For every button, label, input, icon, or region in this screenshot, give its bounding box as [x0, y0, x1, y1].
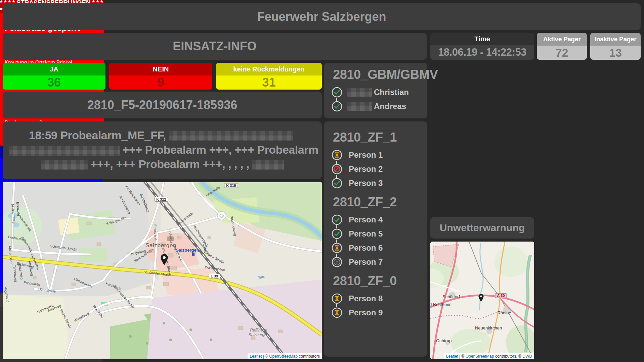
attribution-link[interactable]: Leaflet [250, 354, 262, 359]
active-pager-box: Aktive Pager 72 [537, 33, 587, 60]
member-row: Person 2 [329, 162, 427, 176]
map-label: Raffinerie Salzbergen [249, 328, 269, 337]
weather-map-attribution[interactable]: Leaflet | © OpenStreetMap contributors, … [444, 353, 534, 359]
check-circle-icon [332, 178, 342, 189]
weather-warning-header: Unwetterwarnung [430, 217, 534, 239]
member-row: Christian [329, 85, 427, 99]
map-marker-icon [160, 254, 169, 267]
attribution-link[interactable]: OpenStreetMap [269, 354, 298, 359]
group-title: 2810_ZF_0 [333, 274, 427, 288]
time-panel: Time 18.06.19 - 14:22:53 [430, 33, 534, 60]
member-row: Person 8 [329, 292, 427, 306]
member-row: Person 1 [329, 148, 427, 162]
attribution-text: | © [262, 354, 269, 359]
member-name: Person 4 [349, 215, 383, 224]
alarm-text-panel: 18:59 Probealarm_ME_FF,+++ Probealarm ++… [3, 121, 322, 179]
response-none-count: 31 [216, 75, 322, 90]
group-panel-zf: 2810_ZF_1Person 1Person 2Person 32810_ZF… [324, 121, 427, 357]
inactive-pager-label: Inaktive Pager [590, 33, 641, 46]
member-name: Person 9 [349, 308, 383, 317]
alarm-text-line: +++, +++ Probealarm +++, , , , , [3, 157, 322, 171]
map-label: Salzbergen [176, 248, 199, 253]
alarm-location-map[interactable]: SalzbergenSalzbergenEmsRaffinerie Salzbe… [3, 182, 322, 359]
attribution-link[interactable]: DWD [522, 354, 532, 359]
map-graphic [3, 182, 322, 359]
map-attribution[interactable]: Leaflet | © OpenStreetMap contributors [248, 353, 322, 359]
map-label: Ochtrup [436, 338, 452, 343]
redacted-text [169, 131, 293, 141]
alarm-id-panel: 2810_F5-20190617-185936 [3, 92, 322, 118]
einsatz-info-title: EINSATZ-INFO [173, 39, 256, 53]
inactive-pager-box: Inaktive Pager 13 [590, 33, 641, 60]
member-row: Person 3 [329, 176, 427, 190]
time-value: 18.06.19 - 14:22:53 [430, 45, 534, 60]
hourglass-circle-icon [332, 243, 342, 253]
group-title: 2810_ZF_1 [333, 130, 427, 145]
hourglass-circle-icon [332, 293, 342, 304]
map-label: d Bentheim [430, 302, 452, 307]
member-row: Andreas [329, 99, 427, 113]
active-pager-count: 72 [537, 46, 587, 60]
member-name: Person 7 [349, 257, 383, 267]
attribution-link[interactable]: Leaflet [446, 354, 458, 359]
hourglass-circle-icon [332, 150, 342, 160]
road-shield: A 30 [495, 293, 507, 298]
alarm-text-line: +++ Probealarm +++, +++ Probealarm [3, 143, 322, 157]
check-circle-icon [332, 101, 342, 112]
zf-section: 2810_ZF_2Person 4Person 5Person 6?Person… [329, 195, 427, 269]
redacted-text [41, 160, 88, 170]
map-label: Neuenkirchen [475, 325, 502, 330]
inactive-pager-count: 13 [590, 46, 641, 60]
road-shield: K 319 [224, 183, 238, 188]
member-row: Person 6 [329, 241, 427, 255]
attribution-text: | © [458, 354, 466, 359]
zf-section-list: 2810_ZF_1Person 1Person 2Person 32810_ZF… [329, 130, 427, 320]
group-member-list: ChristianAndreas [329, 85, 427, 113]
time-label: Time [430, 33, 534, 45]
attribution-link[interactable]: OpenStreetMap [466, 354, 494, 359]
member-name: Person 8 [349, 294, 383, 303]
road-shield: L 39 [209, 274, 220, 278]
attribution-text: contributors, © [494, 354, 522, 359]
redacted-text [252, 160, 284, 170]
group-title: 2810_ZF_2 [333, 195, 427, 209]
check-circle-icon [332, 228, 342, 239]
page-title: Feuerwehr Salzbergen [257, 10, 386, 24]
weather-warning-title: Unwetterwarnung [440, 222, 525, 234]
member-name: Person 3 [349, 178, 383, 188]
member-name: Christian [374, 88, 409, 97]
member-row: Person 5 [329, 227, 427, 241]
member-name: Person 5 [349, 229, 383, 239]
dashboard-screen: Feuerwehr Salzbergen EINSATZ-INFO Time 1… [0, 0, 644, 362]
redacted-text [9, 146, 120, 156]
group-panel-gbm: 2810_GBM/GBMV ChristianAndreas [324, 63, 427, 118]
question-circle-icon: ? [332, 257, 342, 267]
weather-map[interactable]: Schüttorfd BentheimRheineNeuenkirchenOch… [430, 242, 534, 359]
redacted-name [347, 88, 372, 97]
alarm-text-line: 18:59 Probealarm_ME_FF, [3, 128, 322, 143]
redacted-name [347, 102, 372, 111]
response-yes-box: JA 36 [3, 63, 105, 90]
check-circle-icon [332, 87, 342, 98]
member-row: ?Person 7 [329, 255, 427, 269]
member-row: Person 4 [329, 213, 427, 227]
attribution-text: contributors [298, 354, 320, 359]
response-no-box: NEIN 9 [109, 63, 212, 90]
hourglass-circle-icon [332, 307, 342, 318]
member-name: Andreas [374, 102, 406, 111]
map-label: Rheine [497, 310, 511, 315]
member-name: Person 1 [349, 150, 383, 160]
check-circle-icon [332, 214, 342, 225]
response-no-label: NEIN [109, 63, 212, 75]
member-row: Person 9 [329, 306, 427, 320]
declined-circle-icon [332, 164, 342, 174]
svg-text:?: ? [336, 260, 338, 265]
response-none-box: keine Rückmeldungen 31 [216, 63, 322, 90]
response-yes-count: 36 [3, 75, 105, 90]
response-no-count: 9 [109, 75, 212, 90]
response-yes-label: JA [3, 63, 105, 75]
zf-section: 2810_ZF_1Person 1Person 2Person 3 [329, 130, 427, 190]
einsatz-info-header: EINSATZ-INFO [3, 33, 427, 60]
group-title: 2810_GBM/GBMV [333, 67, 427, 82]
response-none-label: keine Rückmeldungen [216, 63, 322, 75]
